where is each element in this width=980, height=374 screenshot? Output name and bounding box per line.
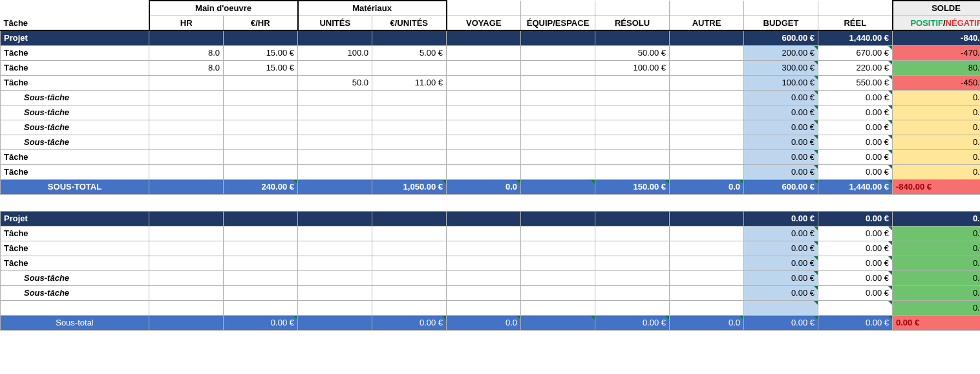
cell-resolved[interactable] [595,135,670,149]
cell-budget[interactable]: 0.00 € [744,90,818,105]
cell-hr[interactable] [149,300,224,315]
cell-hr[interactable] [149,75,224,90]
cell-hr[interactable] [149,256,224,270]
cell-units[interactable] [298,285,372,300]
cell-budget[interactable]: 0.00 € [744,270,818,285]
subtask-label[interactable]: Sous-tâche [1,285,149,300]
cell-units[interactable] [298,241,372,256]
cell-units[interactable] [298,270,372,285]
cell-units[interactable] [298,60,372,75]
cell-travel[interactable] [447,300,521,315]
cell-resolved[interactable]: 50.00 € [595,45,670,60]
cell-equip[interactable] [521,226,595,241]
cell-other[interactable] [670,120,744,135]
cell-resolved[interactable] [595,164,670,179]
cell-hr[interactable] [149,226,224,241]
cell-hr[interactable]: 8.0 [149,60,224,75]
cell-resolved[interactable] [595,226,670,241]
cell-balance[interactable]: 0.00 € [893,164,980,179]
cell-units[interactable] [298,149,372,164]
cell-resolved[interactable] [595,105,670,120]
cell-budget[interactable]: 0.00 € [744,285,818,300]
cell-units[interactable] [298,256,372,270]
cell-hr[interactable] [149,149,224,164]
cell-travel[interactable] [447,120,521,135]
cell-units[interactable] [298,135,372,149]
cell-hr[interactable] [149,120,224,135]
cell-travel[interactable] [447,135,521,149]
cell-equip[interactable] [521,241,595,256]
task-label[interactable]: Tâche [1,256,149,270]
cell-hr[interactable] [149,270,224,285]
cell-budget[interactable]: 0.00 € [744,226,818,241]
cell-travel[interactable] [447,75,521,90]
cell-eunits[interactable] [372,226,447,241]
cell-equip[interactable] [521,300,595,315]
cell-eunits[interactable] [372,241,447,256]
cell-actual[interactable]: 0.00 € [818,270,893,285]
cell-other[interactable] [670,105,744,120]
cell-ehr[interactable] [224,226,298,241]
cell-equip[interactable] [521,120,595,135]
cell-hr[interactable]: 8.0 [149,45,224,60]
cell-other[interactable] [670,300,744,315]
cell-eunits[interactable] [372,256,447,270]
cell-resolved[interactable] [595,75,670,90]
cell-eunits[interactable] [372,90,447,105]
cell-budget[interactable]: 300.00 € [744,60,818,75]
cell-budget[interactable]: 0.00 € [744,105,818,120]
cell-budget[interactable]: 0.00 € [744,241,818,256]
cell-travel[interactable] [447,105,521,120]
cell-hr[interactable] [149,164,224,179]
cell-actual[interactable]: 0.00 € [818,164,893,179]
cell-travel[interactable] [447,60,521,75]
cell-ehr[interactable] [224,75,298,90]
cell-equip[interactable] [521,75,595,90]
cell-actual[interactable]: 550.00 € [818,75,893,90]
cell-other[interactable] [670,149,744,164]
cell-budget[interactable]: 0.00 € [744,135,818,149]
cell-balance[interactable]: 0.00 € [893,300,980,315]
task-label[interactable]: Tâche [1,241,149,256]
cell-budget[interactable]: 0.00 € [744,256,818,270]
cell-ehr[interactable] [224,300,298,315]
cell-travel[interactable] [447,270,521,285]
cell-balance[interactable]: 80.00 € [893,60,980,75]
cell-eunits[interactable] [372,285,447,300]
cell-other[interactable] [670,256,744,270]
cell-budget[interactable]: 200.00 € [744,45,818,60]
cell-other[interactable] [670,226,744,241]
cell-resolved[interactable] [595,300,670,315]
cell-units[interactable] [298,105,372,120]
cell-units[interactable] [298,120,372,135]
cell-units[interactable] [298,300,372,315]
cell-resolved[interactable] [595,120,670,135]
cell-resolved[interactable] [595,149,670,164]
subtask-label[interactable]: Sous-tâche [1,120,149,135]
cell-actual[interactable]: 220.00 € [818,60,893,75]
cell-travel[interactable] [447,241,521,256]
cell-balance[interactable]: 0.00 € [893,256,980,270]
cell-ehr[interactable] [224,241,298,256]
cell-budget[interactable]: 100.00 € [744,75,818,90]
cell-equip[interactable] [521,135,595,149]
cell-ehr[interactable] [224,105,298,120]
cell-other[interactable] [670,135,744,149]
cell-eunits[interactable]: 5.00 € [372,45,447,60]
cell-eunits[interactable] [372,105,447,120]
cell-ehr[interactable] [224,90,298,105]
cell-eunits[interactable] [372,300,447,315]
cell-budget[interactable]: 0.00 € [744,164,818,179]
cell-travel[interactable] [447,45,521,60]
cell-units[interactable]: 50.0 [298,75,372,90]
cell-balance[interactable]: 0.00 € [893,105,980,120]
cell-hr[interactable] [149,90,224,105]
subtask-label[interactable]: Sous-tâche [1,90,149,105]
cell-balance[interactable]: 0.00 € [893,226,980,241]
cell-other[interactable] [670,164,744,179]
cell-actual[interactable]: 670.00 € [818,45,893,60]
task-label[interactable]: Tâche [1,164,149,179]
cell-other[interactable] [670,241,744,256]
cell-other[interactable] [670,45,744,60]
cell-actual[interactable]: 0.00 € [818,256,893,270]
